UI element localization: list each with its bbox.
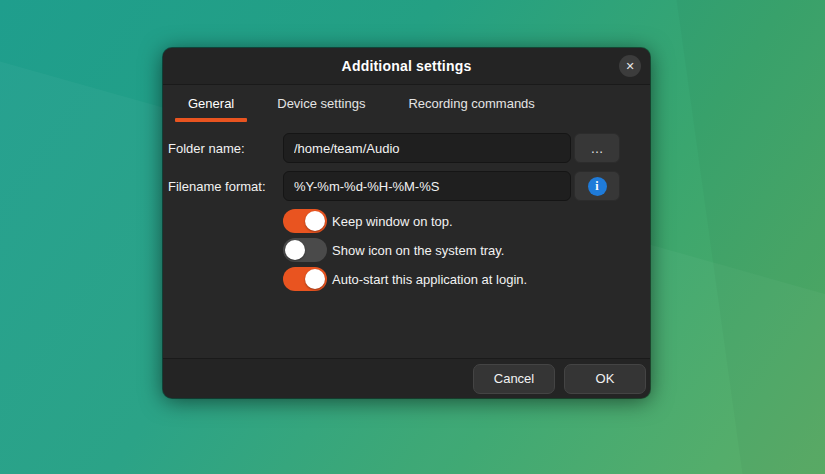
filename-format-label: Filename format: [168, 179, 283, 194]
toggle-row-auto-start: Auto-start this application at login. [168, 267, 620, 291]
toggle-switch[interactable] [283, 209, 327, 233]
toggle-row-keep-on-top: Keep window on top. [168, 209, 620, 233]
tab-bar: General Device settings Recording comman… [163, 85, 650, 122]
toggle-knob [305, 211, 325, 231]
toggle-section: Keep window on top. Show icon on the sys… [168, 209, 620, 291]
folder-name-input[interactable] [283, 133, 571, 163]
filename-format-info-button[interactable]: i [574, 171, 620, 201]
tab-general[interactable]: General [175, 85, 247, 122]
dialog-title: Additional settings [342, 58, 472, 74]
toggle-switch[interactable] [283, 238, 327, 262]
browse-folder-button[interactable]: … [574, 133, 620, 163]
toggle-label: Auto-start this application at login. [332, 272, 527, 287]
field-row-folder: Folder name: … [168, 133, 620, 163]
tab-device-settings[interactable]: Device settings [264, 85, 378, 122]
titlebar[interactable]: Additional settings ✕ [163, 48, 650, 85]
info-icon: i [588, 177, 607, 196]
toggle-knob [305, 269, 325, 289]
toggle-knob [285, 240, 305, 260]
additional-settings-dialog: Additional settings ✕ General Device set… [163, 48, 650, 398]
close-button[interactable]: ✕ [619, 55, 641, 77]
dialog-button-bar: Cancel OK [163, 358, 650, 398]
general-tab-panel: Folder name: … Filename format: i Keep w… [163, 122, 650, 358]
folder-name-label: Folder name: [168, 141, 283, 156]
ok-button[interactable]: OK [564, 364, 646, 394]
tab-recording-commands[interactable]: Recording commands [395, 85, 547, 122]
toggle-label: Keep window on top. [332, 214, 453, 229]
filename-format-input[interactable] [283, 171, 571, 201]
toggle-row-system-tray: Show icon on the system tray. [168, 238, 620, 262]
toggle-switch[interactable] [283, 267, 327, 291]
ellipsis-icon: … [591, 141, 604, 156]
cancel-button[interactable]: Cancel [473, 364, 555, 394]
field-row-filename: Filename format: i [168, 171, 620, 201]
toggle-label: Show icon on the system tray. [332, 243, 504, 258]
close-icon: ✕ [625, 61, 634, 72]
